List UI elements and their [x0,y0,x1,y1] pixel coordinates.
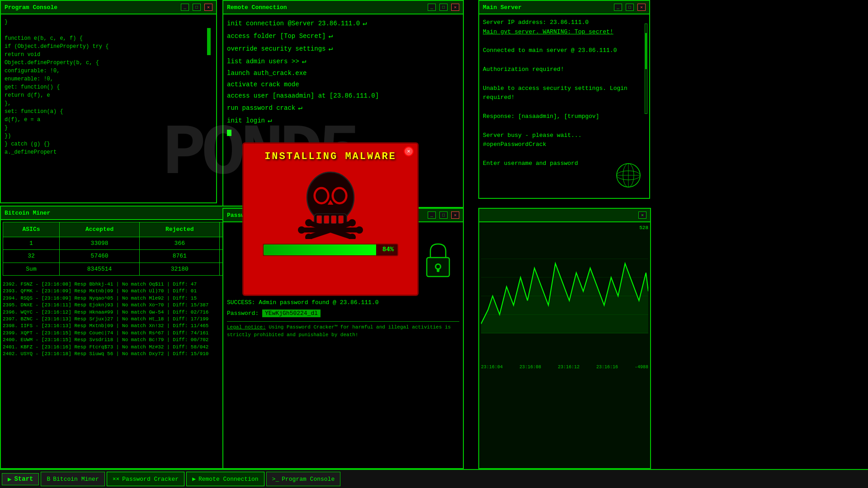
password-display: Password: YEwKjGh50224_dl [227,309,459,318]
password-value: YEwKjGh50224_dl [262,310,321,317]
bitcoin-label: Bitcoin Miner [53,476,99,483]
remote-line: init login↵ [227,115,459,126]
svg-point-23 [316,189,327,202]
maximize-button[interactable]: □ [626,4,634,11]
table-cell-accepted: 33098 [59,237,139,250]
close-button[interactable]: ✕ [204,4,212,11]
scrollbar-track [645,23,647,114]
remote-line-text: access folder [Top Secret] [227,32,326,41]
remote-line-text: list admin users >> [227,57,299,66]
maximize-button[interactable]: □ [439,211,448,219]
remote-line-text: run password crack [227,103,295,113]
minimize-button[interactable]: _ [614,4,622,11]
legal-notice-label: Legal notice: [227,324,266,330]
close-button[interactable]: ✕ [638,211,646,219]
col-accepted: Accepted [59,222,139,237]
svg-rect-19 [331,216,336,224]
chart-titlebar: ✕ [479,209,650,222]
taskbar-remote-connection[interactable]: ▶ Remote Connection [186,472,264,486]
malware-close-button[interactable]: × [404,146,414,156]
code-block: } function e(b, c, e, f) { if (Object.de… [5,18,212,156]
bitcoin-icon: B [47,476,50,483]
scrollbar-thumb[interactable] [207,28,211,55]
remote-line: run password crack↵ [227,103,459,113]
code-line: configurable: !0, [5,67,212,75]
remote-line-text: override security settings [227,44,326,54]
close-button[interactable]: ✕ [451,211,459,219]
chart-content: 528 23:16:04 23:16:08 23:16:12 23:16:16 … [479,222,650,468]
enter-icon: ↵ [328,31,333,42]
start-icon: ▶ [8,475,11,483]
table-cell-rejected: 8761 [140,250,220,263]
table-cell-rejected: 366 [140,237,220,250]
enter-icon: ↵ [268,115,272,126]
code-line: d(f), e = a [5,116,212,124]
code-line [5,26,212,34]
server-line [483,75,646,84]
taskbar-bitcoin-miner[interactable]: B Bitcoin Miner [41,472,104,486]
close-button[interactable]: ✕ [637,4,646,11]
maximize-button[interactable]: □ [439,4,448,11]
remote-line-text: init connection @Server 23.86.111.0 [227,19,360,28]
remote-lines-block: init connection @Server 23.86.111.0↵acce… [227,18,459,126]
minimize-button[interactable]: _ [181,4,189,11]
remote-line-text: activate crack mode [227,80,299,89]
start-button[interactable]: ▶ Start [2,473,39,485]
time-label-1: 23:16:04 [481,364,503,371]
minimize-button[interactable]: _ [428,4,436,11]
remote-line: list admin users >>↵ [227,56,459,67]
code-line: function e(b, c, e, f) { [5,34,212,42]
remote-line: launch auth_crack.exe [227,69,459,78]
success-section: SUCCESS: Admin password found @ 23.86.11… [227,298,459,338]
time-label-4: 23:16:16 [596,364,618,371]
malware-progress-bar [264,244,376,255]
scrollbar-thumb[interactable] [645,33,647,69]
close-button[interactable]: ✕ [451,4,459,11]
time-label-3: 23:16:12 [558,364,580,371]
remote-line: access user [nasaadmin] at [23.86.111.0] [227,91,459,101]
server-lines-block: Server IP address: 23.86.111.0Main gvt s… [483,18,646,169]
col-asics: ASICs [3,222,60,237]
lock-icon [422,240,454,284]
code-line: } [5,124,212,132]
minimize-button[interactable]: _ [428,211,436,219]
server-line: Response: [nasaadmin], [trumpgov] [483,112,646,122]
chart-time-labels: 23:16:04 23:16:08 23:16:12 23:16:16 -498… [481,364,648,371]
chart-graph [481,233,648,359]
server-line: Authorization required! [483,65,646,75]
remote-connection-titlebar: Remote Connection _ □ ✕ [223,1,463,14]
remote-line-text: launch auth_crack.exe [227,69,307,78]
bitcoin-miner-title: Bitcoin Miner [5,210,231,216]
program-console-titlebar: Program Console _ □ ✕ [1,1,216,14]
time-label-5: -4988 [635,364,648,371]
code-line: return void [5,51,212,59]
main-server-title: Main Server [483,4,610,11]
chart-value: 528 [481,224,648,232]
program-console-title: Program Console [5,4,177,11]
code-line: enumerable: !0, [5,75,212,83]
svg-point-29 [356,226,363,234]
svg-point-31 [349,219,356,226]
table-cell-asics: Sum [3,263,60,276]
malware-progress-container: 84% [263,244,398,256]
svg-point-24 [334,189,345,202]
enter-icon: ↵ [328,43,333,54]
time-label-2: 23:16:08 [519,364,541,371]
main-server-window: Main Server _ □ ✕ Server IP address: 23.… [478,0,650,199]
skull-icon [294,167,367,239]
remote-icon: ▶ [192,475,196,483]
server-line: Connected to main server @ 23.86.111.0 [483,46,646,56]
success-text: SUCCESS: Admin password found @ 23.86.11… [227,298,459,307]
enter-icon: ↵ [302,56,307,67]
taskbar-program-console[interactable]: >_ Program Console [266,472,341,486]
remote-line: activate crack mode [227,80,459,89]
table-cell-accepted: 57460 [59,250,139,263]
taskbar-password-cracker[interactable]: ×× Password Cracker [107,472,184,486]
table-cell-asics: 1 [3,237,60,250]
svg-marker-14 [481,263,648,333]
code-line: } [5,18,212,26]
svg-rect-18 [324,216,329,224]
server-line [483,37,646,47]
malware-title: INSTALLING MALWARE [264,151,396,162]
maximize-button[interactable]: □ [193,4,201,11]
